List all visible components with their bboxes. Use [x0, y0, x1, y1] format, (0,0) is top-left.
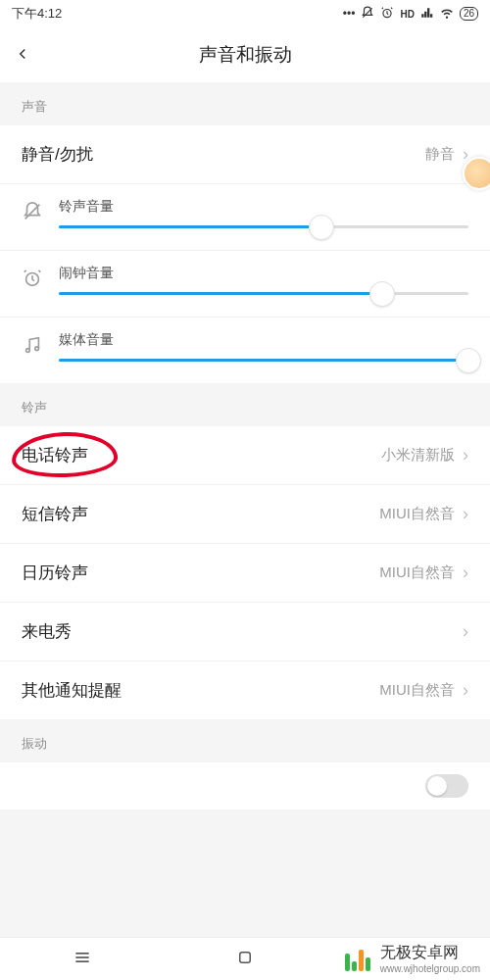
ringer-mute-icon — [22, 201, 45, 226]
chevron-right-icon: › — [463, 445, 468, 466]
calendar-ringtone-value: MIUI自然音 — [379, 564, 455, 582]
slider-media[interactable] — [59, 359, 468, 362]
slider-ringer-label: 铃声音量 — [59, 198, 468, 216]
row-phone-ringtone[interactable]: 电话铃声 小米清新版 › — [0, 426, 490, 485]
page-title: 声音和振动 — [0, 42, 490, 68]
android-nav-bar — [0, 937, 490, 980]
music-note-icon — [22, 334, 45, 360]
header-bar: 声音和振动 — [0, 27, 490, 82]
slider-ringer[interactable] — [59, 225, 468, 228]
slider-row-media: 媒体音量 — [0, 318, 490, 383]
dots-icon: ••• — [343, 7, 356, 21]
other-notif-label: 其他通知提醒 — [22, 679, 122, 702]
section-header-sound: 声音 — [0, 82, 490, 125]
caller-show-label: 来电秀 — [22, 620, 72, 643]
alarm-clock-icon — [22, 268, 45, 293]
status-icons: ••• HD 26 — [343, 6, 478, 23]
nav-recent-button[interactable] — [73, 948, 92, 971]
svg-rect-9 — [240, 952, 251, 962]
chevron-right-icon: › — [463, 563, 468, 583]
other-notif-value: MIUI自然音 — [379, 681, 455, 700]
status-bar: 下午4:12 ••• HD 26 — [0, 0, 490, 27]
signal-icon: HD — [400, 9, 414, 20]
section-header-vibration: 振动 — [0, 719, 490, 762]
svg-point-5 — [35, 347, 39, 351]
section-header-ringtone: 铃声 — [0, 383, 490, 426]
row-other-notifications[interactable]: 其他通知提醒 MIUI自然音 › — [0, 662, 490, 719]
calendar-ringtone-label: 日历铃声 — [22, 562, 88, 584]
sms-ringtone-label: 短信铃声 — [22, 503, 88, 525]
toggle-switch[interactable] — [425, 774, 468, 798]
sms-ringtone-value: MIUI自然音 — [379, 505, 455, 523]
dnd-icon — [361, 6, 374, 23]
row-vibration-cutoff[interactable]: . — [0, 762, 490, 809]
row-sms-ringtone[interactable]: 短信铃声 MIUI自然音 › — [0, 485, 490, 544]
chevron-right-icon: › — [463, 504, 468, 524]
alarm-icon — [380, 6, 394, 23]
phone-ringtone-label: 电话铃声 — [22, 444, 88, 466]
status-time: 下午4:12 — [12, 5, 62, 23]
floating-sticker-icon — [463, 157, 490, 190]
slider-row-ringer: 铃声音量 — [0, 184, 490, 251]
slider-alarm[interactable] — [59, 292, 468, 295]
row-silent-dnd[interactable]: 静音/勿扰 静音 › — [0, 125, 490, 184]
phone-ringtone-value: 小米清新版 — [381, 446, 455, 465]
silent-label: 静音/勿扰 — [22, 143, 93, 166]
row-caller-show[interactable]: 来电秀 › — [0, 603, 490, 662]
row-calendar-ringtone[interactable]: 日历铃声 MIUI自然音 › — [0, 544, 490, 603]
silent-value: 静音 — [425, 145, 455, 164]
back-button[interactable] — [14, 41, 43, 69]
svg-point-4 — [26, 349, 30, 353]
slider-row-alarm: 闹钟音量 — [0, 251, 490, 318]
cellular-icon — [420, 6, 434, 23]
nav-home-button[interactable] — [236, 949, 254, 970]
slider-media-label: 媒体音量 — [59, 331, 468, 349]
chevron-right-icon: › — [463, 621, 468, 642]
wifi-icon — [440, 6, 454, 23]
slider-alarm-label: 闹钟音量 — [59, 265, 468, 282]
battery-indicator: 26 — [460, 7, 478, 21]
chevron-right-icon: › — [463, 680, 468, 701]
